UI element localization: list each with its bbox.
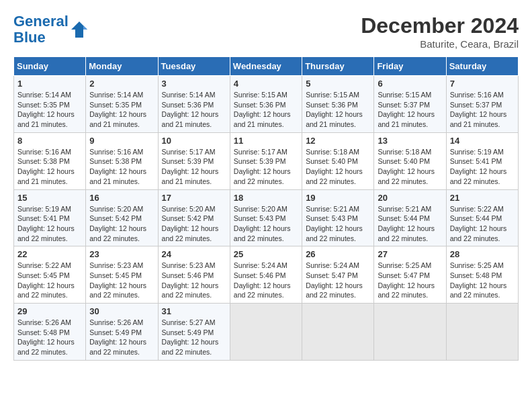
day-info: Sunrise: 5:23 AM Sunset: 5:46 PM Dayligh… [162,261,226,300]
day-number: 4 [234,79,298,89]
day-number: 25 [234,249,298,259]
logo: GeneralBlue [13,13,89,46]
day-number: 6 [378,79,442,89]
col-sunday: Sunday [14,57,86,76]
header-row: Sunday Monday Tuesday Wednesday Thursday… [14,57,519,76]
day-info: Sunrise: 5:24 AM Sunset: 5:46 PM Dayligh… [234,261,298,300]
calendar-cell: 6Sunrise: 5:15 AM Sunset: 5:37 PM Daylig… [374,76,446,133]
calendar-cell: 12Sunrise: 5:18 AM Sunset: 5:40 PM Dayli… [302,132,374,189]
day-number: 19 [306,193,370,203]
day-info: Sunrise: 5:19 AM Sunset: 5:41 PM Dayligh… [17,204,82,244]
day-info: Sunrise: 5:14 AM Sunset: 5:35 PM Dayligh… [17,90,82,130]
col-friday: Friday [374,57,446,76]
day-info: Sunrise: 5:16 AM Sunset: 5:38 PM Dayligh… [17,147,82,187]
day-number: 11 [234,136,298,146]
day-info: Sunrise: 5:14 AM Sunset: 5:36 PM Dayligh… [162,90,226,130]
calendar-cell: 22Sunrise: 5:22 AM Sunset: 5:45 PM Dayli… [14,246,86,304]
day-info: Sunrise: 5:18 AM Sunset: 5:40 PM Dayligh… [378,147,442,187]
calendar-cell: 19Sunrise: 5:21 AM Sunset: 5:43 PM Dayli… [302,189,374,246]
day-number: 23 [89,249,154,259]
day-number: 27 [378,249,442,259]
calendar-cell: 30Sunrise: 5:26 AM Sunset: 5:49 PM Dayli… [86,304,158,361]
day-info: Sunrise: 5:17 AM Sunset: 5:39 PM Dayligh… [234,147,298,187]
location: Baturite, Ceara, Brazil [361,38,519,50]
calendar-cell: 23Sunrise: 5:23 AM Sunset: 5:45 PM Dayli… [86,246,158,304]
calendar-row: 22Sunrise: 5:22 AM Sunset: 5:45 PM Dayli… [14,246,519,304]
day-number: 12 [306,136,370,146]
day-info: Sunrise: 5:16 AM Sunset: 5:37 PM Dayligh… [450,90,515,130]
day-number: 16 [89,193,154,203]
calendar-cell: 28Sunrise: 5:25 AM Sunset: 5:48 PM Dayli… [446,246,518,304]
calendar-cell: 24Sunrise: 5:23 AM Sunset: 5:46 PM Dayli… [158,246,230,304]
calendar-cell: 2Sunrise: 5:14 AM Sunset: 5:35 PM Daylig… [86,76,158,133]
calendar-cell: 18Sunrise: 5:20 AM Sunset: 5:43 PM Dayli… [230,189,302,246]
calendar-cell: 25Sunrise: 5:24 AM Sunset: 5:46 PM Dayli… [230,246,302,304]
calendar-cell [374,304,446,361]
calendar-cell: 14Sunrise: 5:19 AM Sunset: 5:41 PM Dayli… [446,132,518,189]
day-number: 29 [17,306,82,316]
calendar-cell: 17Sunrise: 5:20 AM Sunset: 5:42 PM Dayli… [158,189,230,246]
month-title: December 2024 [361,13,519,38]
day-number: 28 [450,249,515,259]
calendar-cell: 13Sunrise: 5:18 AM Sunset: 5:40 PM Dayli… [374,132,446,189]
calendar-cell: 3Sunrise: 5:14 AM Sunset: 5:36 PM Daylig… [158,76,230,133]
day-number: 21 [450,193,515,203]
day-info: Sunrise: 5:20 AM Sunset: 5:42 PM Dayligh… [89,204,154,244]
day-info: Sunrise: 5:25 AM Sunset: 5:47 PM Dayligh… [378,261,442,300]
day-number: 5 [306,79,370,89]
calendar-cell: 31Sunrise: 5:27 AM Sunset: 5:49 PM Dayli… [158,304,230,361]
day-info: Sunrise: 5:23 AM Sunset: 5:45 PM Dayligh… [89,261,154,300]
day-info: Sunrise: 5:21 AM Sunset: 5:44 PM Dayligh… [378,204,442,244]
day-number: 7 [450,79,515,89]
calendar-cell: 27Sunrise: 5:25 AM Sunset: 5:47 PM Dayli… [374,246,446,304]
page-header: GeneralBlue December 2024 Baturite, Cear… [13,13,519,50]
calendar-cell: 9Sunrise: 5:16 AM Sunset: 5:38 PM Daylig… [86,132,158,189]
logo-icon [70,20,89,39]
day-info: Sunrise: 5:16 AM Sunset: 5:38 PM Dayligh… [89,147,154,187]
col-tuesday: Tuesday [158,57,230,76]
day-info: Sunrise: 5:15 AM Sunset: 5:37 PM Dayligh… [378,90,442,130]
day-number: 24 [162,249,226,259]
day-number: 26 [306,249,370,259]
day-number: 14 [450,136,515,146]
calendar-cell: 29Sunrise: 5:26 AM Sunset: 5:48 PM Dayli… [14,304,86,361]
day-info: Sunrise: 5:15 AM Sunset: 5:36 PM Dayligh… [234,90,298,130]
day-number: 3 [162,79,226,89]
calendar-cell: 16Sunrise: 5:20 AM Sunset: 5:42 PM Dayli… [86,189,158,246]
calendar-cell: 5Sunrise: 5:15 AM Sunset: 5:36 PM Daylig… [302,76,374,133]
day-info: Sunrise: 5:19 AM Sunset: 5:41 PM Dayligh… [450,147,515,187]
calendar-row: 1Sunrise: 5:14 AM Sunset: 5:35 PM Daylig… [14,76,519,133]
day-number: 2 [89,79,154,89]
calendar-cell: 21Sunrise: 5:22 AM Sunset: 5:44 PM Dayli… [446,189,518,246]
col-monday: Monday [86,57,158,76]
day-number: 9 [89,136,154,146]
calendar-row: 15Sunrise: 5:19 AM Sunset: 5:41 PM Dayli… [14,189,519,246]
day-info: Sunrise: 5:22 AM Sunset: 5:44 PM Dayligh… [450,204,515,244]
logo-text: GeneralBlue [13,13,69,46]
day-info: Sunrise: 5:15 AM Sunset: 5:36 PM Dayligh… [306,90,370,130]
day-info: Sunrise: 5:21 AM Sunset: 5:43 PM Dayligh… [306,204,370,244]
day-number: 22 [17,249,82,259]
day-number: 20 [378,193,442,203]
calendar-cell: 7Sunrise: 5:16 AM Sunset: 5:37 PM Daylig… [446,76,518,133]
col-wednesday: Wednesday [230,57,302,76]
day-number: 8 [17,136,82,146]
calendar-cell: 4Sunrise: 5:15 AM Sunset: 5:36 PM Daylig… [230,76,302,133]
day-info: Sunrise: 5:17 AM Sunset: 5:39 PM Dayligh… [162,147,226,187]
calendar-cell: 10Sunrise: 5:17 AM Sunset: 5:39 PM Dayli… [158,132,230,189]
calendar-cell [446,304,518,361]
day-info: Sunrise: 5:26 AM Sunset: 5:49 PM Dayligh… [89,318,154,357]
day-info: Sunrise: 5:26 AM Sunset: 5:48 PM Dayligh… [17,318,82,357]
title-block: December 2024 Baturite, Ceara, Brazil [361,13,519,50]
day-info: Sunrise: 5:14 AM Sunset: 5:35 PM Dayligh… [89,90,154,130]
day-number: 13 [378,136,442,146]
calendar-cell [230,304,302,361]
day-number: 30 [89,306,154,316]
calendar-cell: 8Sunrise: 5:16 AM Sunset: 5:38 PM Daylig… [14,132,86,189]
day-number: 15 [17,193,82,203]
day-number: 18 [234,193,298,203]
day-number: 17 [162,193,226,203]
calendar-row: 8Sunrise: 5:16 AM Sunset: 5:38 PM Daylig… [14,132,519,189]
day-info: Sunrise: 5:27 AM Sunset: 5:49 PM Dayligh… [162,318,226,357]
calendar-cell [302,304,374,361]
